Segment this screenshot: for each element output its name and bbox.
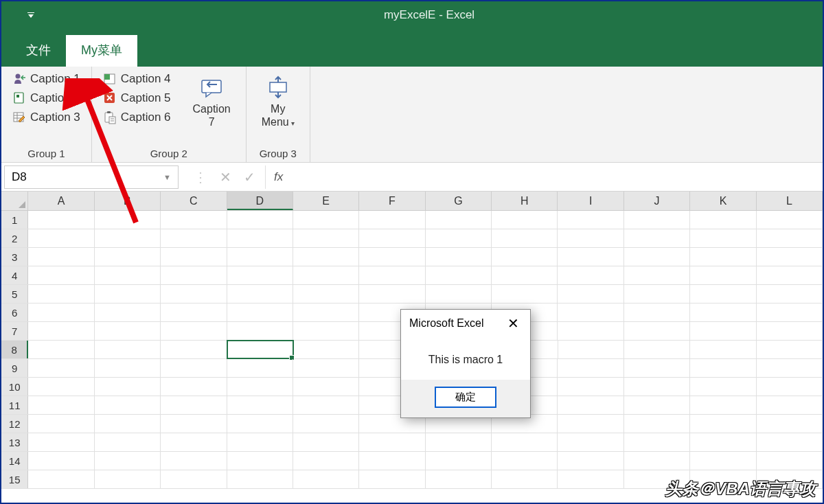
cell-A6[interactable] (28, 303, 94, 321)
ok-button[interactable]: 确定 (435, 387, 496, 408)
cell-B4[interactable] (95, 266, 161, 284)
cell-I12[interactable] (558, 415, 623, 433)
tab-mymenu[interactable]: My菜单 (66, 35, 137, 67)
cell-D12[interactable] (227, 415, 293, 433)
col-header-F[interactable]: F (359, 192, 425, 210)
cell-A8[interactable] (28, 341, 94, 358)
cell-B14[interactable] (95, 452, 161, 470)
row-header-11[interactable]: 11 (1, 396, 28, 414)
cell-C15[interactable] (161, 470, 227, 488)
col-header-L[interactable]: L (757, 192, 823, 210)
cell-J10[interactable] (624, 378, 690, 396)
cell-K7[interactable] (690, 322, 756, 340)
cell-B1[interactable] (95, 211, 161, 229)
cell-L1[interactable] (757, 211, 823, 229)
accept-icon[interactable]: ✓ (244, 169, 255, 185)
cell-B8[interactable] (95, 341, 161, 358)
cell-E9[interactable] (293, 359, 359, 377)
cell-E6[interactable] (293, 303, 359, 321)
cell-K2[interactable] (690, 229, 756, 247)
cell-E13[interactable] (293, 433, 359, 451)
cell-I15[interactable] (558, 470, 623, 488)
cell-A12[interactable] (28, 415, 94, 433)
cell-C5[interactable] (161, 285, 227, 303)
cell-B3[interactable] (95, 248, 161, 266)
cell-D11[interactable] (227, 396, 293, 414)
cell-A5[interactable] (28, 285, 94, 303)
cell-L10[interactable] (757, 378, 823, 396)
cell-K13[interactable] (690, 433, 756, 451)
cell-B13[interactable] (95, 433, 161, 451)
caption-1-button[interactable]: Caption 1 (10, 71, 83, 87)
cell-H15[interactable] (492, 470, 558, 488)
cell-F5[interactable] (359, 285, 425, 303)
cell-G2[interactable] (426, 229, 492, 247)
cell-A3[interactable] (28, 248, 94, 266)
select-all-button[interactable] (1, 192, 28, 210)
cell-C7[interactable] (161, 322, 227, 340)
cell-I10[interactable] (558, 378, 623, 396)
row-header-12[interactable]: 12 (1, 415, 28, 433)
col-header-D[interactable]: D (227, 192, 293, 210)
cell-A2[interactable] (28, 229, 94, 247)
cell-D10[interactable] (227, 378, 293, 396)
cell-K12[interactable] (690, 415, 756, 433)
cell-E5[interactable] (293, 285, 359, 303)
cell-H5[interactable] (492, 285, 558, 303)
cell-J3[interactable] (624, 248, 690, 266)
cell-K9[interactable] (690, 359, 756, 377)
cell-L12[interactable] (757, 415, 823, 433)
cell-F14[interactable] (359, 452, 425, 470)
cell-D3[interactable] (227, 248, 293, 266)
cell-E7[interactable] (293, 322, 359, 340)
cell-K6[interactable] (690, 303, 756, 321)
cell-L5[interactable] (757, 285, 823, 303)
cell-L6[interactable] (757, 303, 823, 321)
row-header-13[interactable]: 13 (1, 433, 28, 451)
cell-K8[interactable] (690, 341, 756, 358)
cell-H3[interactable] (492, 248, 558, 266)
col-header-J[interactable]: J (624, 192, 690, 210)
cell-I2[interactable] (558, 229, 623, 247)
caption-4-button[interactable]: Caption 4 (100, 71, 174, 87)
cell-K11[interactable] (690, 396, 756, 414)
cell-E4[interactable] (293, 266, 359, 284)
cell-K1[interactable] (690, 211, 756, 229)
cell-E12[interactable] (293, 415, 359, 433)
row-header-14[interactable]: 14 (1, 452, 28, 470)
cell-E2[interactable] (293, 229, 359, 247)
col-header-K[interactable]: K (690, 192, 756, 210)
row-header-2[interactable]: 2 (1, 229, 28, 247)
cell-L8[interactable] (757, 341, 823, 358)
cell-L14[interactable] (757, 452, 823, 470)
caption-6-button[interactable]: Caption 6 (100, 109, 174, 126)
cell-C13[interactable] (161, 433, 227, 451)
cell-J2[interactable] (624, 229, 690, 247)
cell-H2[interactable] (492, 229, 558, 247)
cell-I8[interactable] (558, 341, 624, 358)
row-header-6[interactable]: 6 (1, 303, 28, 321)
cell-D1[interactable] (227, 211, 293, 229)
cell-B5[interactable] (95, 285, 161, 303)
cell-A15[interactable] (28, 470, 94, 488)
cell-H4[interactable] (492, 266, 558, 284)
close-icon[interactable]: ✕ (505, 315, 522, 332)
cell-L3[interactable] (757, 248, 823, 266)
cell-B15[interactable] (95, 470, 161, 488)
cell-C14[interactable] (161, 452, 227, 470)
cell-C2[interactable] (161, 229, 227, 247)
col-header-I[interactable]: I (558, 192, 623, 210)
my-menu-button[interactable]: MyMenu▾ (255, 71, 301, 128)
cell-I5[interactable] (558, 285, 623, 303)
row-header-4[interactable]: 4 (1, 266, 28, 284)
cell-K4[interactable] (690, 266, 756, 284)
cell-H13[interactable] (492, 433, 558, 451)
cell-K14[interactable] (690, 452, 756, 470)
cell-J12[interactable] (624, 415, 690, 433)
row-header-5[interactable]: 5 (1, 285, 28, 303)
cell-D15[interactable] (227, 470, 293, 488)
cell-J11[interactable] (624, 396, 690, 414)
cell-G5[interactable] (426, 285, 492, 303)
caption-2-button[interactable]: Caption 2 (10, 90, 83, 106)
caption-7-button[interactable]: Caption7 (186, 71, 238, 128)
